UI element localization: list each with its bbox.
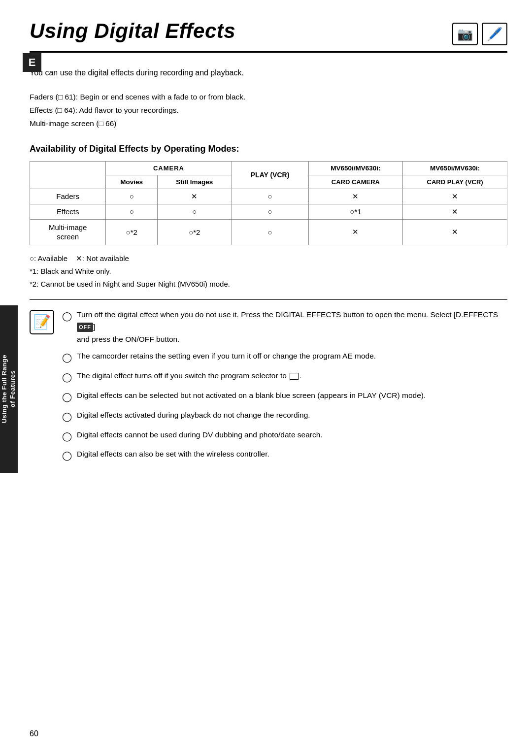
table-cell: ✕ bbox=[403, 204, 507, 219]
prog-selector-icon bbox=[290, 373, 299, 380]
section-heading: Availability of Digital Effects by Opera… bbox=[30, 144, 507, 154]
header-icons: 📷 🖊️ bbox=[452, 23, 507, 45]
note-1: *1: Black and White only. bbox=[30, 266, 507, 277]
table-cell: ○ bbox=[232, 204, 308, 219]
intro-text: You can use the digital effects during r… bbox=[30, 66, 507, 79]
sidebar-tab-text: Using the Full Rangeof Features bbox=[0, 355, 17, 423]
tip-bullet: ◯ bbox=[62, 390, 72, 404]
table-row-label: Effects bbox=[30, 204, 106, 219]
legend-available: ○: Available bbox=[30, 254, 67, 263]
info-lines: Faders (□ 61): Begin or end scenes with … bbox=[30, 90, 507, 130]
tip-item: ◯Digital effects can be selected but not… bbox=[62, 390, 507, 404]
table-cell: ○ bbox=[232, 219, 308, 245]
tip-bullet: ◯ bbox=[62, 370, 72, 385]
e-marker: E bbox=[23, 53, 41, 72]
tip-item: ◯The digital effect turns off if you swi… bbox=[62, 370, 507, 385]
th-still: Still Images bbox=[158, 175, 232, 189]
table-cell: ✕ bbox=[308, 189, 403, 204]
th-play: PLAY (VCR) bbox=[232, 161, 308, 189]
header: Using Digital Effects 📷 🖊️ bbox=[30, 20, 507, 53]
table-row-label: Multi-imagescreen bbox=[30, 219, 106, 245]
tip-item: ◯Digital effects can also be set with th… bbox=[62, 448, 507, 463]
tip-bullet: ◯ bbox=[62, 351, 72, 365]
table-cell: ○*2 bbox=[106, 219, 158, 245]
tip-bullet: ◯ bbox=[62, 449, 72, 463]
camera-icon: 📷 bbox=[457, 27, 473, 42]
page-title: Using Digital Effects bbox=[30, 20, 235, 42]
sidebar-tab: Using the Full Rangeof Features bbox=[0, 305, 18, 473]
tip-text: The digital effect turns off if you swit… bbox=[77, 370, 507, 382]
info-line-1: Faders (□ 61): Begin or end scenes with … bbox=[30, 90, 507, 103]
tip-item: ◯The camcorder retains the setting even … bbox=[62, 350, 507, 365]
th-mv-card-play-top: MV650i/MV630i: bbox=[403, 161, 507, 175]
info-line-2: Effects (□ 64): Add flavor to your recor… bbox=[30, 103, 507, 117]
tip-text: Digital effects cannot be used during DV… bbox=[77, 429, 507, 441]
th-camera: CAMERA bbox=[106, 161, 232, 175]
table-row-label: Faders bbox=[30, 189, 106, 204]
page-number: 60 bbox=[30, 729, 38, 738]
info-line-3: Multi-image screen (□ 66) bbox=[30, 117, 507, 130]
table-cell: ○*1 bbox=[308, 204, 403, 219]
edit-icon: 🖊️ bbox=[487, 27, 502, 42]
th-mv-card-camera-top: MV650i/MV630i: bbox=[308, 161, 403, 175]
table-cell: ○ bbox=[106, 189, 158, 204]
off-badge: OFF bbox=[77, 323, 93, 332]
table-cell: ✕ bbox=[403, 219, 507, 245]
th-card-play: CARD PLAY (VCR) bbox=[403, 175, 507, 189]
main-content: Using Digital Effects 📷 🖊️ You can use t… bbox=[30, 0, 507, 468]
page: Using the Full Rangeof Features E Using … bbox=[0, 0, 532, 756]
legend-not-available: ✕: Not available bbox=[76, 254, 129, 263]
tip-text: Digital effects can be selected but not … bbox=[77, 390, 507, 402]
notepad-icon: 📝 bbox=[33, 314, 51, 330]
effects-table: CAMERA PLAY (VCR) MV650i/MV630i: MV650i/… bbox=[30, 161, 507, 245]
table-cell: ○ bbox=[158, 204, 232, 219]
tip-item: ◯Digital effects cannot be used during D… bbox=[62, 429, 507, 444]
th-card-camera: CARD CAMERA bbox=[308, 175, 403, 189]
edit-icon-box: 🖊️ bbox=[482, 23, 507, 45]
tip-icon: 📝 bbox=[30, 310, 54, 334]
table-cell: ✕ bbox=[158, 189, 232, 204]
legend: ○: Available ✕: Not available bbox=[30, 254, 507, 263]
tips-list: ◯Turn off the digital effect when you do… bbox=[62, 309, 507, 468]
table-cell: ○ bbox=[106, 204, 158, 219]
table-cell: ○ bbox=[232, 189, 308, 204]
tips-section: 📝 ◯Turn off the digital effect when you … bbox=[30, 309, 507, 468]
table-cell: ✕ bbox=[403, 189, 507, 204]
tip-bullet: ◯ bbox=[62, 429, 72, 444]
camera-icon-box: 📷 bbox=[452, 23, 478, 45]
tip-item: ◯Digital effects activated during playba… bbox=[62, 409, 507, 424]
th-movies: Movies bbox=[106, 175, 158, 189]
table-cell: ○*2 bbox=[158, 219, 232, 245]
tip-bullet: ◯ bbox=[62, 410, 72, 424]
note-2: *2: Cannot be used in Night and Super Ni… bbox=[30, 279, 507, 290]
table-cell: ✕ bbox=[308, 219, 403, 245]
tip-item: ◯Turn off the digital effect when you do… bbox=[62, 309, 507, 345]
divider bbox=[30, 299, 507, 300]
tip-bullet: ◯ bbox=[62, 309, 72, 324]
tip-text: The camcorder retains the setting even i… bbox=[77, 350, 507, 362]
tip-text: Turn off the digital effect when you do … bbox=[77, 309, 507, 345]
tip-text: Digital effects can also be set with the… bbox=[77, 448, 507, 460]
tip-text: Digital effects activated during playbac… bbox=[77, 409, 507, 422]
